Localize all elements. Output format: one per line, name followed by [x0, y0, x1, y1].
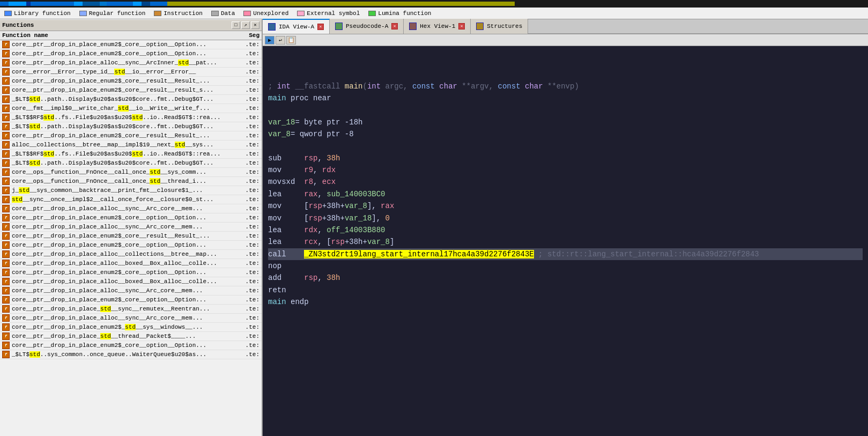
- function-item[interactable]: fcore__ptr__drop_in_place_alloc__boxed__…: [0, 259, 262, 268]
- function-icon: f: [2, 178, 10, 185]
- toolbar-btn-2[interactable]: ↩: [276, 36, 285, 45]
- function-name: core__ptr__drop_in_place_enum2$_core__op…: [12, 50, 238, 57]
- structures-icon: [476, 23, 484, 30]
- function-icon: f: [2, 278, 10, 285]
- tab-pseudocode-close[interactable]: ✕: [391, 23, 398, 29]
- function-item[interactable]: fcore__ptr__drop_in_place_alloc__sync__A…: [0, 204, 262, 213]
- legend-label-instruction: Instruction: [164, 10, 203, 17]
- function-item[interactable]: fcore__ptr__drop_in_place_alloc__boxed__…: [0, 277, 262, 286]
- function-item[interactable]: fcore__ptr__drop_in_place_enum2$_core__r…: [0, 131, 262, 141]
- function-list-header: Function name Seg: [0, 31, 262, 40]
- function-item[interactable]: fcore__fmt__impl$0__write_char_std__io__…: [0, 104, 262, 113]
- panel-float-button[interactable]: □: [232, 21, 240, 29]
- function-item[interactable]: fcore__ptr__drop_in_place_alloc__sync__A…: [0, 314, 262, 323]
- legend-color-unexplored: [243, 11, 251, 16]
- function-icon: f: [2, 95, 10, 103]
- function-name: core__ptr__drop_in_place_enum2$_core__re…: [12, 132, 238, 139]
- function-item[interactable]: fcore__ptr__drop_in_place_enum2$_std__sy…: [0, 323, 262, 332]
- tab-pseudocode-label: Pseudocode-A: [346, 23, 388, 29]
- function-item[interactable]: fcore__ptr__drop_in_place_alloc__sync__A…: [0, 223, 262, 232]
- function-name: core__ops__function__FnOnce__call_once_s…: [12, 178, 238, 184]
- function-item[interactable]: fcore__ops__function__FnOnce__call_once_…: [0, 168, 262, 177]
- function-name: core__ptr__drop_in_place_enum2$_core__re…: [12, 233, 238, 239]
- tab-ida-view[interactable]: IDA View-A ✕: [263, 19, 330, 34]
- function-item[interactable]: fj_std__sys_common__backtrace__print_fmt…: [0, 186, 262, 195]
- function-name: _$LT$$RF$std..fs..File$u20$as$u20$std..i…: [12, 151, 238, 157]
- function-icon: f: [2, 223, 10, 231]
- function-item[interactable]: fcore__ptr__drop_in_place_std__thread__P…: [0, 332, 262, 341]
- code-line-var8: var_8= qword ptr -8: [268, 128, 863, 140]
- legend-label-regular: Regular function: [89, 10, 146, 17]
- function-seg: .te:: [238, 351, 259, 358]
- function-item[interactable]: fcore__ptr__drop_in_place_alloc__sync__A…: [0, 58, 262, 68]
- function-item[interactable]: fcore__ptr__drop_in_place_enum2$_core__r…: [0, 86, 262, 95]
- function-seg: .te:: [238, 142, 259, 148]
- function-item[interactable]: f_$LT$std..path..Display$u20$as$u20$core…: [0, 122, 262, 131]
- tab-hex-close[interactable]: ✕: [458, 23, 465, 29]
- toolbar-btn-1[interactable]: ▶: [265, 36, 275, 45]
- function-item[interactable]: fcore__ptr__drop_in_place_enum2$_core__o…: [0, 213, 262, 223]
- function-item[interactable]: f_$LT$$RF$std..fs..File$u20$as$u20$std..…: [0, 150, 262, 159]
- legend-label-data: Data: [221, 10, 235, 17]
- function-item[interactable]: fcore__ptr__drop_in_place_enum2$_core__r…: [0, 77, 262, 86]
- function-name: _$LT$std..path..Display$u20$as$u20$core.…: [12, 160, 238, 166]
- panel-title: Functions: [2, 22, 34, 28]
- tab-structures[interactable]: Structures: [471, 19, 528, 34]
- legend-unexplored: Unexplored: [243, 10, 288, 17]
- legend-label-external: External symbol: [307, 10, 360, 17]
- function-item[interactable]: f_$LT$std..path..Display$u20$as$u20$core…: [0, 95, 262, 104]
- function-item[interactable]: fcore__ptr__drop_in_place_enum2$_core__r…: [0, 232, 262, 241]
- function-item[interactable]: fcore__ops__function__FnOnce__call_once_…: [0, 177, 262, 186]
- function-icon: f: [2, 68, 10, 76]
- function-item[interactable]: fcore__ptr__drop_in_place_std__sync__rem…: [0, 305, 262, 314]
- tab-pseudocode[interactable]: Pseudocode-A ✕: [330, 19, 404, 34]
- toolbar-btn-3[interactable]: 📋: [286, 36, 296, 45]
- legend-instruction: Instruction: [154, 10, 203, 17]
- code-line-call: call _ZN3std2rt19lang_start_internal17hc…: [268, 248, 863, 260]
- function-item[interactable]: f_$LT$std..path..Display$u20$as$u20$core…: [0, 159, 262, 168]
- panel-restore-button[interactable]: ↗: [241, 21, 250, 29]
- fn-seg-col-header: Seg: [238, 32, 259, 39]
- function-name: core__ptr__drop_in_place_std__sync__remu…: [12, 306, 238, 312]
- function-seg: .te:: [238, 251, 259, 257]
- function-item[interactable]: falloc__collections__btree__map__impl$19…: [0, 141, 262, 150]
- function-name: _$LT$$RF$std..fs..File$u20$as$u20$std..i…: [12, 114, 238, 121]
- segment-map: [0, 2, 868, 6]
- function-item[interactable]: fcore__ptr__drop_in_place_alloc__sync__A…: [0, 286, 262, 295]
- function-item[interactable]: fcore__ptr__drop_in_place_enum2$_core__o…: [0, 341, 262, 350]
- function-item[interactable]: f_$LT$std..sys_common..once_queue..Waite…: [0, 350, 262, 359]
- ida-view-icon: [268, 23, 276, 31]
- function-item[interactable]: fcore__ptr__drop_in_place_enum2$_core__o…: [0, 40, 262, 49]
- function-icon: f: [2, 50, 10, 57]
- function-item[interactable]: fcore__ptr__drop_in_place_enum2$_core__o…: [0, 295, 262, 305]
- function-list[interactable]: fcore__ptr__drop_in_place_enum2$_core__o…: [0, 40, 262, 436]
- code-line-sub: sub rsp, 38h: [268, 152, 863, 164]
- function-seg: .te:: [238, 123, 259, 130]
- function-seg: .te:: [238, 205, 259, 212]
- function-icon: f: [2, 269, 10, 276]
- function-name: core__error__Error__type_id__std__io__er…: [12, 69, 238, 75]
- function-icon: f: [2, 250, 10, 258]
- function-item[interactable]: fcore__ptr__drop_in_place_enum2$_core__o…: [0, 268, 262, 277]
- code-line-empty-4: [268, 141, 863, 152]
- tab-hex-view[interactable]: Hex View-1 ✕: [404, 19, 471, 34]
- code-content[interactable]: ; int __fastcall main(int argc, const ch…: [263, 46, 868, 436]
- function-icon: f: [2, 196, 10, 203]
- function-name: core__ptr__drop_in_place_enum2$_core__op…: [12, 242, 238, 248]
- function-item[interactable]: fcore__ptr__drop_in_place_alloc__collect…: [0, 250, 262, 259]
- code-line-comment: ; int __fastcall main(int argc, const ch…: [268, 80, 863, 92]
- function-name: _$LT$std..sys_common..once_queue..Waiter…: [12, 351, 238, 358]
- function-item[interactable]: fcore__ptr__drop_in_place_enum2$_core__o…: [0, 49, 262, 58]
- function-icon: f: [2, 132, 10, 139]
- function-name: core__ptr__drop_in_place_enum2$_core__re…: [12, 87, 238, 93]
- legend-color-regular: [79, 11, 87, 16]
- function-item[interactable]: f_$LT$$RF$std..fs..File$u20$as$u20$std..…: [0, 113, 262, 122]
- function-seg: .te:: [238, 224, 259, 230]
- function-item[interactable]: fcore__ptr__drop_in_place_enum2$_core__o…: [0, 241, 262, 250]
- function-item[interactable]: fcore__error__Error__type_id__std__io__e…: [0, 68, 262, 77]
- panel-close-button[interactable]: ✕: [251, 21, 259, 29]
- function-item[interactable]: fstd__sync__once__impl$2__call_once_forc…: [0, 195, 262, 204]
- function-icon: f: [2, 314, 10, 322]
- tab-ida-close[interactable]: ✕: [317, 24, 324, 30]
- tab-ida-label: IDA View-A: [279, 24, 314, 30]
